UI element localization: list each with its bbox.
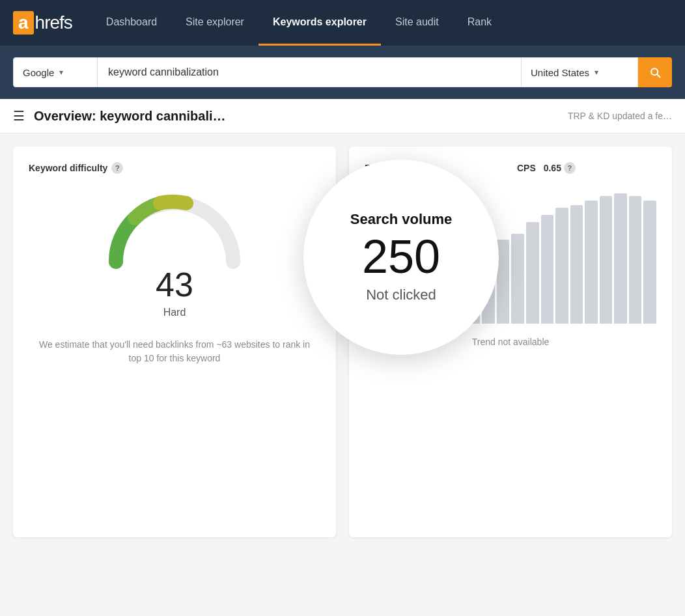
- logo-hrefs: hrefs: [35, 12, 72, 33]
- chart-bar: [511, 234, 524, 324]
- country-dropdown[interactable]: United States ▾: [521, 57, 638, 87]
- keyword-input[interactable]: [98, 57, 521, 87]
- search-button[interactable]: [638, 57, 672, 87]
- keyword-difficulty-card: Keyword difficulty ? 43 Hard We estimate…: [13, 147, 336, 537]
- main-content: Keyword difficulty ? 43 Hard We estimate…: [0, 133, 685, 550]
- country-chevron-icon: ▾: [594, 68, 598, 77]
- search-volume-popup: Search volume 250 Not clicked: [303, 160, 499, 355]
- logo[interactable]: a hrefs: [13, 11, 72, 35]
- gauge-container: 43 Hard: [29, 187, 320, 318]
- nav-rank[interactable]: Rank: [453, 0, 506, 46]
- kd-value: 43: [156, 265, 193, 304]
- chart-bar: [629, 196, 642, 324]
- nav-site-explorer[interactable]: Site explorer: [171, 0, 259, 46]
- search-bar: Google ▾ United States ▾: [0, 46, 685, 99]
- nav-dashboard[interactable]: Dashboard: [92, 0, 171, 46]
- chart-bar: [555, 208, 568, 324]
- chart-bar: [614, 193, 627, 324]
- chart-bar: [643, 201, 656, 324]
- nav-links: Dashboard Site explorer Keywords explore…: [92, 0, 506, 46]
- gauge-chart: [103, 187, 246, 272]
- nav-keywords-explorer[interactable]: Keywords explorer: [259, 0, 381, 46]
- cps-help-icon[interactable]: ?: [564, 162, 576, 174]
- country-label: United States: [531, 67, 589, 78]
- engine-dropdown[interactable]: Google ▾: [13, 57, 98, 87]
- kd-help-icon[interactable]: ?: [111, 162, 123, 174]
- chart-bar: [600, 196, 613, 324]
- engine-chevron-icon: ▾: [59, 68, 88, 77]
- chart-bar: [541, 215, 554, 324]
- popup-value: 250: [362, 233, 440, 280]
- hamburger-menu[interactable]: ☰: [13, 108, 25, 124]
- update-notice: TRP & KD updated a fe…: [568, 111, 672, 121]
- page-title: Overview: keyword cannibali…: [34, 109, 226, 124]
- kd-difficulty-label: Hard: [163, 307, 186, 318]
- engine-label: Google: [23, 67, 54, 78]
- cps-value: CPS 0.65 ?: [517, 162, 656, 174]
- page-header: ☰ Overview: keyword cannibali… TRP & KD …: [0, 99, 685, 133]
- popup-sub: Not clicked: [366, 287, 436, 303]
- logo-a: a: [13, 11, 34, 35]
- popup-title: Search volume: [350, 211, 453, 228]
- kd-description: We estimate that you'll need backlinks f…: [29, 338, 320, 365]
- kd-label: Keyword difficulty ?: [29, 162, 320, 174]
- chart-bar: [570, 205, 583, 324]
- chart-bar: [585, 201, 598, 324]
- cps-metric: CPS 0.65 ?: [517, 162, 656, 174]
- nav-site-audit[interactable]: Site audit: [381, 0, 453, 46]
- chart-bar: [526, 222, 539, 324]
- navbar: a hrefs Dashboard Site explorer Keywords…: [0, 0, 685, 46]
- search-icon: [649, 66, 662, 79]
